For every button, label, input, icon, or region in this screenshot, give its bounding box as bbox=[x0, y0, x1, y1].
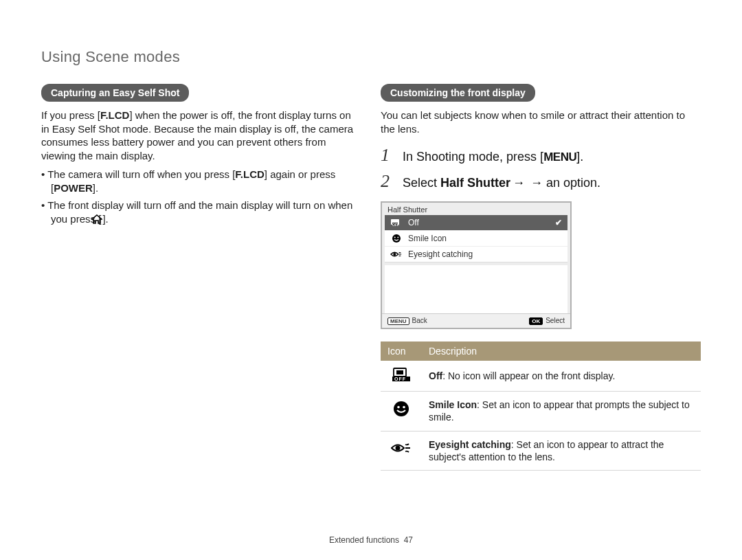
lcd-option-label: Eyesight catching bbox=[408, 249, 473, 259]
page-title: Using Scene modes bbox=[41, 48, 701, 66]
step-text: In Shooting mode, press [MENU]. bbox=[403, 150, 583, 164]
step-1: 1 In Shooting mode, press [MENU]. bbox=[381, 145, 701, 166]
smile-icon bbox=[393, 403, 409, 421]
text: In Shooting mode, press [ bbox=[403, 150, 543, 164]
text: ]. bbox=[93, 182, 98, 194]
svg-point-12 bbox=[397, 405, 400, 408]
lcd-back-label: Back bbox=[412, 317, 427, 324]
text: The camera will turn off when you press … bbox=[47, 168, 235, 180]
text: If you press [ bbox=[41, 109, 100, 121]
menu-tag-icon: MENU bbox=[387, 317, 409, 325]
easy-self-shot-paragraph: If you press [F.LCD] when the power is o… bbox=[41, 109, 361, 162]
page-number: 47 bbox=[404, 535, 413, 545]
step-number: 2 bbox=[381, 171, 396, 192]
step-text: Select Half Shutter→ → an option. bbox=[403, 176, 600, 190]
bullet-item: The front display will turn off and the … bbox=[41, 199, 361, 228]
section-heading-easy-self-shot: Capturing an Easy Self Shot bbox=[41, 84, 189, 102]
lcd-option-list: OFF Off ✔ Smile Icon bbox=[385, 215, 567, 262]
text: → an option. bbox=[527, 176, 600, 190]
svg-text:OFF: OFF bbox=[392, 223, 399, 227]
lcd-footer: MENUBack OKSelect bbox=[382, 313, 570, 328]
svg-point-11 bbox=[394, 401, 409, 416]
table-icon-cell: OFF bbox=[381, 361, 422, 392]
lcd-select-label: Select bbox=[546, 317, 565, 324]
lcd-option-eyesight: Eyesight catching bbox=[385, 247, 567, 262]
desc-label: Off bbox=[429, 370, 442, 381]
table-row: OFF Off: No icon will appear on the fron… bbox=[381, 361, 701, 392]
lcd-option-label: Smile Icon bbox=[408, 234, 447, 243]
section-heading-front-display: Customizing the front display bbox=[381, 84, 535, 102]
step-2: 2 Select Half Shutter→ → an option. bbox=[381, 171, 701, 192]
svg-rect-8 bbox=[396, 370, 403, 374]
power-key: POWER bbox=[54, 182, 93, 194]
off-icon: OFF bbox=[390, 218, 403, 227]
right-column: Customizing the front display You can le… bbox=[381, 84, 701, 471]
front-display-intro: You can let subjects know when to smile … bbox=[381, 109, 701, 135]
lcd-empty-space bbox=[385, 265, 567, 313]
lcd-select: OKSelect bbox=[529, 317, 565, 325]
table-icon-cell bbox=[381, 431, 422, 470]
eye-icon bbox=[390, 249, 403, 259]
table-desc-cell: Eyesight catching: Set an icon to appear… bbox=[422, 431, 701, 470]
svg-point-6 bbox=[393, 253, 396, 256]
table-icon-cell bbox=[381, 392, 422, 431]
flcd-key: F.LCD bbox=[100, 109, 130, 121]
table-desc-cell: Smile Icon: Set an icon to appear that p… bbox=[422, 392, 701, 431]
ok-tag-icon: OK bbox=[529, 317, 543, 325]
svg-point-14 bbox=[396, 446, 401, 451]
desc-text: : No icon will appear on the front displ… bbox=[442, 370, 615, 381]
smile-icon bbox=[390, 234, 403, 243]
svg-text:OFF: OFF bbox=[394, 377, 406, 381]
table-row: Smile Icon: Set an icon to appear that p… bbox=[381, 392, 701, 431]
flcd-key: F.LCD bbox=[235, 168, 265, 180]
page-footer: Extended functions 47 bbox=[0, 535, 742, 545]
text: ]. bbox=[576, 150, 583, 164]
lcd-option-off: OFF Off ✔ bbox=[385, 215, 567, 231]
menu-key: MENU bbox=[543, 150, 576, 164]
half-shutter-label: Half Shutter bbox=[440, 176, 510, 190]
lcd-back: MENUBack bbox=[387, 317, 427, 325]
desc-label: Smile Icon bbox=[429, 399, 477, 410]
svg-point-3 bbox=[392, 234, 401, 243]
lcd-option-smile: Smile Icon bbox=[385, 231, 567, 247]
icon-description-table: Icon Description OFF Off: No icon will a… bbox=[381, 341, 701, 471]
left-column: Capturing an Easy Self Shot If you press… bbox=[41, 84, 361, 471]
table-desc-cell: Off: No icon will appear on the front di… bbox=[422, 361, 701, 392]
svg-point-13 bbox=[403, 405, 405, 408]
off-icon: OFF bbox=[392, 372, 410, 383]
check-icon: ✔ bbox=[555, 218, 562, 227]
bullet-item: The camera will turn off when you press … bbox=[41, 168, 361, 196]
lcd-option-label: Off bbox=[408, 218, 419, 227]
table-header-icon: Icon bbox=[381, 341, 422, 361]
eye-icon bbox=[391, 441, 412, 458]
footer-section: Extended functions bbox=[329, 535, 399, 545]
table-header-description: Description bbox=[422, 341, 701, 361]
camera-lcd-screenshot: Half Shutter OFF Off ✔ bbox=[381, 201, 701, 329]
arrow-icon: → bbox=[510, 176, 527, 190]
text: Select bbox=[403, 176, 440, 190]
desc-label: Eyesight catching bbox=[429, 439, 511, 450]
table-row: Eyesight catching: Set an icon to appear… bbox=[381, 431, 701, 470]
lcd-title: Half Shutter bbox=[382, 203, 570, 215]
text: ]. bbox=[102, 213, 108, 225]
step-number: 1 bbox=[381, 145, 396, 166]
svg-point-4 bbox=[394, 237, 396, 238]
svg-point-5 bbox=[397, 237, 398, 238]
easy-self-shot-bullets: The camera will turn off when you press … bbox=[41, 168, 361, 227]
